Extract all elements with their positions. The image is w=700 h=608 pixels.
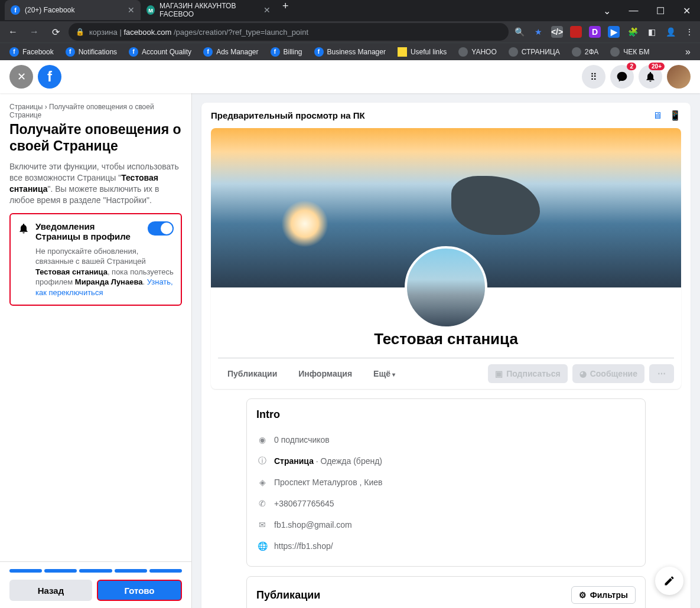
menu-icon[interactable]: ⋮: [683, 26, 695, 38]
badge: 2: [627, 63, 636, 70]
publications-title: Публикации: [256, 589, 320, 602]
tab-info[interactable]: Информация: [289, 361, 362, 387]
new-tab-button[interactable]: +: [276, 0, 295, 21]
extension-icon[interactable]: </>: [551, 26, 563, 38]
browser-toolbar: ← → ⟳ 🔒 корзина | facebook.com /pages/cr…: [0, 21, 700, 43]
extension-icon[interactable]: ▶: [608, 26, 620, 38]
url-domain: facebook.com: [123, 28, 171, 37]
preview-header: Предварительный просмотр на ПК 🖥 📱: [201, 103, 691, 128]
info-icon: ⓘ: [256, 455, 268, 467]
filter-button[interactable]: ⚙Фильтры: [571, 586, 636, 604]
more-button: ⋯: [649, 364, 674, 383]
bookmark-item[interactable]: 2ФА: [567, 45, 604, 59]
search-icon[interactable]: 🔍: [513, 26, 525, 38]
tab-title: МАГАЗИН АККАУНТОВ FACEBOO: [159, 2, 259, 18]
preview-title: Предварительный просмотр на ПК: [211, 110, 365, 120]
mobile-icon[interactable]: 📱: [669, 110, 681, 121]
page-title: Получайте оповещения о своей Странице: [9, 122, 182, 154]
card-header: Уведомления Страницы в профиле: [18, 221, 174, 241]
back-button[interactable]: ←: [5, 24, 21, 40]
window-controls: ⌄ — ☐ ✕: [594, 2, 700, 19]
browser-titlebar: f (20+) Facebook ✕ м МАГАЗИН АККАУНТОВ F…: [0, 0, 700, 21]
bookmark-item[interactable]: fBusiness Manager: [310, 45, 390, 59]
browser-tab-active[interactable]: f (20+) Facebook ✕: [5, 0, 141, 20]
reload-button[interactable]: ⟳: [47, 24, 64, 40]
message-button: ◕Сообщение: [572, 364, 644, 383]
address-bar[interactable]: 🔒 корзина | facebook.com /pages/creation…: [69, 23, 509, 41]
minimize-icon[interactable]: —: [620, 2, 647, 19]
extensions-icon[interactable]: 🧩: [627, 26, 639, 38]
close-icon[interactable]: ✕: [263, 5, 271, 15]
messenger-icon[interactable]: 2: [610, 65, 634, 89]
app-body: Страницы › Получайте оповещения о своей …: [0, 93, 700, 608]
page-actions: ▣Подписаться ◕Сообщение ⋯: [488, 364, 674, 383]
sidebar: Страницы › Получайте оповещения о своей …: [0, 93, 192, 608]
breadcrumb[interactable]: Страницы › Получайте оповещения о своей …: [9, 103, 182, 119]
desktop-icon[interactable]: 🖥: [653, 110, 662, 121]
globe-icon: 🌐: [256, 540, 268, 552]
facebook-logo[interactable]: f: [38, 65, 61, 89]
progress-indicator: [9, 569, 182, 573]
extension-icon[interactable]: [570, 26, 582, 38]
maximize-icon[interactable]: ☐: [647, 2, 673, 19]
phone-icon: ✆: [256, 498, 268, 509]
menu-grid-icon[interactable]: ⠿: [582, 65, 605, 89]
publications-card: Публикации ⚙Фильтры: [246, 576, 646, 608]
notifications-icon[interactable]: 20+: [639, 65, 662, 89]
intro-website: 🌐https://fb1.shop/: [256, 535, 636, 557]
bookmark-item[interactable]: fAccount Quality: [124, 45, 196, 59]
done-button[interactable]: Готово: [97, 580, 182, 601]
facebook-icon: f: [9, 47, 19, 57]
tab-title: (20+) Facebook: [25, 6, 74, 14]
bookmark-item[interactable]: fAds Manager: [198, 45, 263, 59]
bookmark-item[interactable]: ЧЕК БМ: [605, 45, 654, 59]
chevron-down-icon[interactable]: ⌄: [594, 2, 620, 19]
sidebar-footer: Назад Готово: [0, 561, 191, 608]
edit-fab[interactable]: [655, 567, 683, 595]
close-icon[interactable]: ✕: [128, 5, 135, 15]
messenger-icon: ◕: [579, 369, 587, 378]
site-icon: [509, 47, 518, 57]
lock-icon: 🔒: [76, 28, 84, 36]
site-icon: [458, 47, 468, 57]
facebook-icon: f: [314, 47, 324, 57]
facebook-icon: f: [66, 47, 75, 57]
bookmark-item[interactable]: YAHOO: [454, 45, 501, 59]
intro-title: Intro: [256, 408, 636, 421]
forward-button: →: [26, 24, 43, 40]
bookmark-item[interactable]: fBilling: [266, 45, 307, 59]
profile-icon[interactable]: 👤: [665, 26, 676, 38]
header-actions: ⠿ 2 20+: [582, 65, 691, 89]
star-icon[interactable]: ★: [532, 26, 544, 38]
sidebar-content: Страницы › Получайте оповещения о своей …: [0, 93, 191, 561]
main-content: Предварительный просмотр на ПК 🖥 📱 Тесто…: [192, 93, 700, 608]
facebook-icon: f: [271, 47, 280, 57]
panel-icon[interactable]: ◧: [646, 26, 657, 38]
rss-icon: ▣: [495, 369, 503, 378]
bell-icon: [18, 223, 30, 234]
bookmarks-overflow[interactable]: »: [681, 47, 695, 57]
url-path: /pages/creation/?ref_type=launch_point: [174, 28, 308, 37]
toggle-switch[interactable]: [148, 221, 174, 236]
extension-icon[interactable]: D: [589, 26, 601, 38]
intro-category: ⓘСтраница · Одежда (бренд): [256, 450, 636, 472]
url-prefix: корзина: [89, 28, 118, 37]
intro-card: Intro ◉0 подписчиков ⓘСтраница · Одежда …: [246, 398, 646, 567]
card-body: Не пропускайте обновления, связанные с в…: [35, 246, 174, 298]
bookmark-item[interactable]: СТРАНИЦА: [504, 45, 565, 59]
browser-tab[interactable]: м МАГАЗИН АККАУНТОВ FACEBOO ✕: [141, 0, 276, 20]
tab-publications[interactable]: Публикации: [218, 361, 286, 387]
tab-more[interactable]: Ещё: [364, 361, 405, 387]
bookmark-item[interactable]: fFacebook: [5, 45, 58, 59]
preview-body: Тестовая снтаница Публикации Информация …: [201, 128, 691, 608]
close-window-icon[interactable]: ✕: [673, 2, 700, 19]
preview-card: Предварительный просмотр на ПК 🖥 📱 Тесто…: [201, 103, 691, 608]
bookmark-item[interactable]: Useful links: [393, 45, 451, 59]
subscribe-button: ▣Подписаться: [488, 364, 568, 383]
back-button[interactable]: Назад: [9, 580, 92, 601]
badge: 20+: [649, 63, 665, 70]
profile-avatar[interactable]: [667, 65, 691, 89]
bookmark-item[interactable]: fNotifications: [61, 45, 122, 59]
folder-icon: [398, 47, 407, 57]
close-button[interactable]: ✕: [9, 65, 33, 89]
